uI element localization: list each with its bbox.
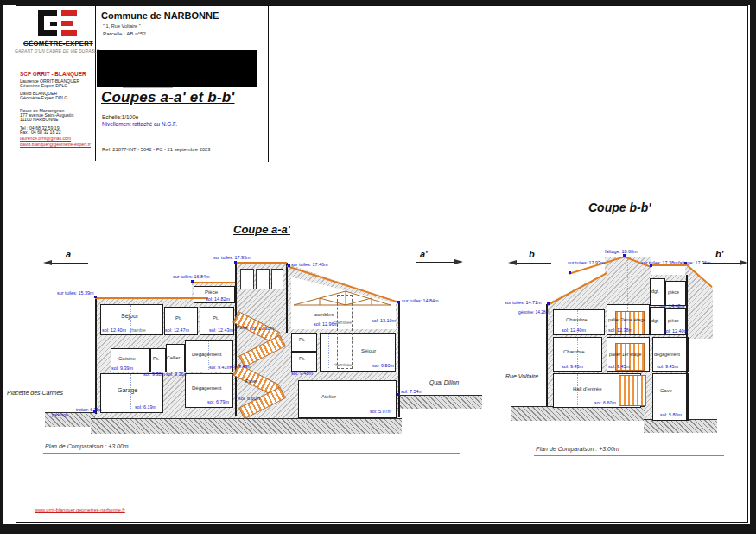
coupe-a-right-wall-edge: [398, 302, 400, 417]
roof-label-ridge: faîtage: 18.60m: [605, 249, 637, 254]
roof-label-tower: sur tuiles: 17.93m: [213, 255, 251, 260]
scan-edge-right: [750, 0, 756, 534]
roof-label-left-slope: sur tuiles: 17.93m: [568, 260, 605, 265]
coupe-b-right-wall-edge: [686, 275, 688, 420]
room-label: Chambre: [566, 317, 588, 322]
level-dot: [623, 254, 626, 257]
comparison-plan-a-line: [43, 453, 460, 454]
floor-level: sol: 6.60m: [594, 400, 616, 405]
floor-level: sol: 6.79m: [207, 399, 229, 404]
document-title: Coupes a-a' et b-b': [101, 89, 235, 106]
floor-level: sol: 9.50m: [372, 363, 394, 368]
level-dot: [650, 264, 652, 267]
section-marker-a-prime: a': [420, 249, 428, 259]
tower-window: [240, 269, 254, 289]
floor-level: sol: 12.40m: [562, 327, 586, 333]
address-line-3: 11100 NARBONNE: [20, 118, 59, 123]
room-label: Dégagement: [192, 385, 221, 391]
coupe-a-title: Coupe a-a': [233, 223, 290, 236]
trottoir-level: trottoir: 6.21m: [76, 408, 102, 412]
roofline-piece: [192, 282, 235, 283]
room-label: Hall d'entrée: [573, 386, 602, 391]
floor-level: sol: 9.45m: [562, 364, 583, 369]
room-note: cheminée: [334, 321, 352, 325]
redaction-box: [97, 50, 257, 87]
room-label: dgt.: [651, 318, 659, 323]
coupe-a-tower-right-edge: [286, 264, 288, 333]
comparison-plan-a: Plan de Comparaison : +3.00m: [45, 443, 129, 449]
floor-level: sol: 9.38m: [143, 372, 165, 377]
floor-level: sol: 9.45m: [657, 364, 678, 369]
room-label: Pt.: [299, 356, 305, 361]
room-label: Cellier: [167, 355, 180, 360]
level-dot: [93, 410, 96, 413]
parkings-label: parkings: [52, 413, 67, 417]
surveyor1-title: Géomètre-Expert DPLG: [20, 84, 67, 89]
floor-level-landing-mid: sol: 9.49m: [230, 364, 251, 369]
reference-label: Ref: 21877-INT - 5042 - FC - 21 septembr…: [102, 147, 211, 152]
parcel-number: Parcelle : AB n°52: [103, 30, 146, 36]
scale-label: Echelle:1/100e: [102, 114, 138, 120]
floor-level: sol: 6.60m: [238, 396, 260, 401]
section-marker-b-prime-arrow: [740, 260, 748, 265]
ground-right-street: [397, 395, 482, 409]
level-dot: [288, 264, 290, 267]
floor-level-right: sol: 13.10m: [372, 318, 396, 323]
room-label: palier 1er étage: [609, 352, 641, 357]
room-label-palier-bottom: Palier: [245, 378, 257, 384]
height-guide: [328, 334, 329, 368]
email-2: david.blanquer@geometre-expert.fr: [20, 143, 91, 148]
roof-label-left: sur tuiles: 15.39m: [57, 290, 94, 296]
logo-brand-text: GÉOMÈTRE-EXPERT: [23, 40, 93, 48]
address-quote: " 1, Rue Voltaire ": [103, 23, 141, 29]
level-dot: [94, 296, 97, 298]
leveling-label: Nivellement rattaché au N.G.F.: [102, 121, 177, 127]
comparison-plan-b-line: [534, 455, 724, 456]
chimney-dashed: [337, 295, 353, 369]
stair-flight: [619, 375, 646, 406]
comparison-plan-b: Plan de Comparaison : +3.00m: [536, 446, 619, 452]
room-label-palier-top: Palier: [237, 325, 249, 330]
room-label: Dégagement: [192, 352, 221, 357]
street-label-right: Quai Dillon: [429, 379, 459, 385]
ground-b-right: [644, 419, 717, 433]
floor-level: sol: 12.40m: [664, 328, 688, 334]
level-dot: [397, 301, 400, 303]
room-label: Atelier: [321, 394, 336, 399]
level-dot: [547, 302, 550, 305]
roof-label-slope-top: sur tuiles: 17.46m: [291, 262, 328, 267]
floor-level: sol: 9.45m: [608, 364, 630, 369]
room-label: Pt.: [175, 315, 181, 321]
website-url: www.orrit-blanquer.geometres-narbonne.fr: [35, 507, 125, 512]
scanned-plan-page: { "titleblock": { "brand": "GÉOMÈTRE-EXP…: [0, 0, 756, 534]
tower-window: [256, 269, 270, 289]
firm-name: SCP ORRIT - BLANQUER: [20, 71, 86, 77]
scan-edge-bottom: [0, 524, 756, 534]
floor-level: sol: 5.97m: [370, 409, 391, 414]
room-label: Séjour: [121, 313, 138, 319]
roofline-tower: [235, 262, 287, 264]
room-label: pièce: [668, 289, 679, 295]
section-marker-b-arrow: [508, 260, 517, 265]
roof-label-piece: sur tuiles: 16.84m: [173, 274, 210, 279]
roof-label-slope-eave: sur tuiles: 14.84m: [402, 298, 439, 303]
level-dot: [569, 271, 571, 274]
coupe-a-tower-left-edge: [235, 264, 237, 416]
room-label: Pt.: [299, 337, 305, 342]
title-block-divider: [95, 5, 96, 161]
commune-title: Commune de NARBONNE: [101, 10, 219, 21]
ground-b-left: [511, 406, 645, 421]
room-label: dégagement: [654, 352, 680, 357]
room-label: Pt.: [153, 356, 159, 361]
room-pt-4: [291, 333, 317, 352]
section-marker-b-line: [515, 263, 551, 264]
coupe-b-left-wall-edge: [546, 304, 548, 406]
level-dot: [234, 261, 237, 264]
surveyor2-title: Géomètre-Expert DPLG: [20, 96, 67, 101]
street-label-left: Placette des Carmes: [7, 390, 63, 396]
floor-level: sol: 12.47m: [165, 327, 189, 333]
level-dot: [191, 280, 194, 283]
room-label: Cave: [660, 388, 672, 393]
room-label: palier 2ème étage: [608, 317, 645, 322]
room-note: chambre: [130, 328, 146, 333]
